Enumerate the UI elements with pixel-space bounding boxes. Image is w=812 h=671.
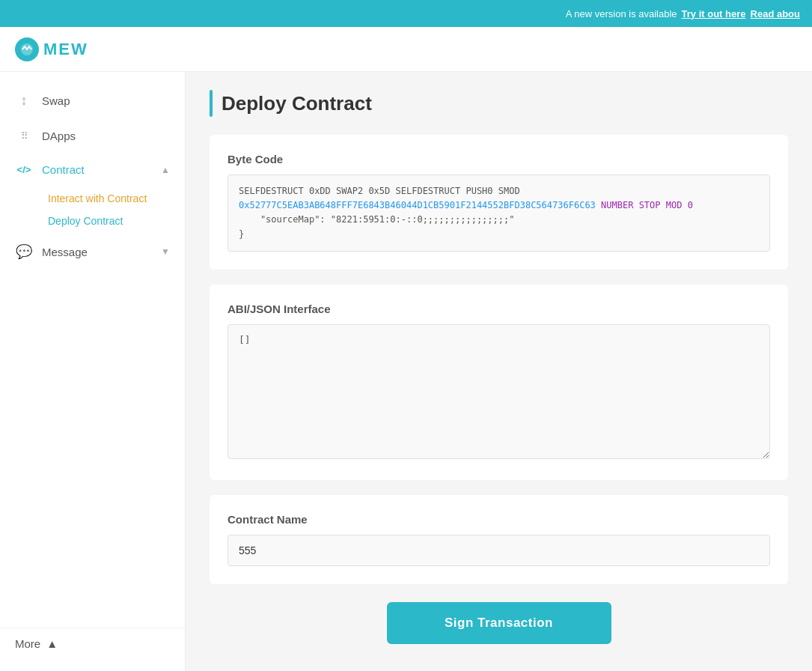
contract-name-input[interactable] <box>228 535 770 566</box>
banner-read-link[interactable]: Read abou <box>751 8 800 19</box>
sidebar-label-message: Message <box>42 246 152 258</box>
page-title: Deploy Contract <box>222 92 372 115</box>
sidebar: ↕ Swap ⠿ DApps </> Contract ▲ Interact w… <box>0 72 186 671</box>
sidebar-label-contract: Contract <box>42 163 152 176</box>
contract-arrow-icon: ▲ <box>161 165 170 175</box>
contract-name-label: Contract Name <box>228 513 770 526</box>
main-layout: ↕ Swap ⠿ DApps </> Contract ▲ Interact w… <box>0 72 812 671</box>
logo-text: MEW <box>43 40 88 59</box>
bytecode-keywords: NUMBER STOP MOD 0 <box>601 200 693 210</box>
bytecode-display[interactable]: SELFDESTRUCT 0xDD SWAP2 0x5D SELFDESTRUC… <box>228 174 770 252</box>
sidebar-item-dapps[interactable]: ⠿ DApps <box>0 121 185 151</box>
sidebar-nav: ↕ Swap ⠿ DApps </> Contract ▲ Interact w… <box>0 84 185 269</box>
banner-try-link[interactable]: Try it out here <box>682 8 746 19</box>
bytecode-line2: 0x52777C5EAB3AB648FFF7E6843B46044D1CB590… <box>239 198 759 213</box>
more-arrow-icon: ▲ <box>46 637 58 650</box>
logo-icon <box>15 37 39 61</box>
header: MEW <box>0 27 812 72</box>
sidebar-subitem-interact[interactable]: Interact with Contract <box>42 188 185 209</box>
sidebar-label-swap: Swap <box>42 94 170 107</box>
bytecode-section: Byte Code SELFDESTRUCT 0xDD SWAP2 0x5D S… <box>210 135 788 270</box>
sidebar-item-message[interactable]: 💬 Message ▼ <box>0 234 185 269</box>
abi-label: ABI/JSON Interface <box>228 303 770 315</box>
content-area: Deploy Contract Byte Code SELFDESTRUCT 0… <box>186 72 812 671</box>
message-icon: 💬 <box>15 243 33 260</box>
sidebar-item-swap[interactable]: ↕ Swap <box>0 84 185 118</box>
bytecode-line1: SELFDESTRUCT 0xDD SWAP2 0x5D SELFDESTRUC… <box>239 184 759 198</box>
sidebar-label-dapps: DApps <box>42 130 170 142</box>
bytecode-close: } <box>239 228 759 242</box>
bytecode-sourcemap: "sourceMap": "8221:5951:0:-::0;;;;;;;;;;… <box>239 213 759 227</box>
sidebar-contract-subitems: Interact with Contract Deploy Contract <box>42 188 185 231</box>
abi-section: ABI/JSON Interface [] <box>210 285 788 480</box>
dapps-icon: ⠿ <box>15 130 33 142</box>
logo[interactable]: MEW <box>15 37 88 61</box>
sign-transaction-button[interactable]: Sign Transaction <box>387 602 611 644</box>
sidebar-subitem-deploy[interactable]: Deploy Contract <box>42 210 185 231</box>
page-title-wrapper: Deploy Contract <box>210 90 788 117</box>
page-title-bar <box>210 90 213 117</box>
abi-textarea[interactable]: [] <box>228 324 770 459</box>
sidebar-item-contract[interactable]: </> Contract ▲ <box>0 154 185 185</box>
bytecode-label: Byte Code <box>228 153 770 166</box>
message-arrow-icon: ▼ <box>161 246 170 257</box>
bytecode-hex: 0x52777C5EAB3AB648FFF7E6843B46044D1CB590… <box>239 200 596 210</box>
more-label: More <box>15 637 40 650</box>
contract-icon: </> <box>15 164 33 175</box>
top-banner: A new version is available Try it out he… <box>0 0 812 27</box>
banner-message: A new version is available <box>566 8 677 19</box>
sidebar-more-button[interactable]: More ▲ <box>0 628 185 659</box>
contract-name-section: Contract Name <box>210 495 788 584</box>
swap-icon: ↕ <box>15 93 33 109</box>
